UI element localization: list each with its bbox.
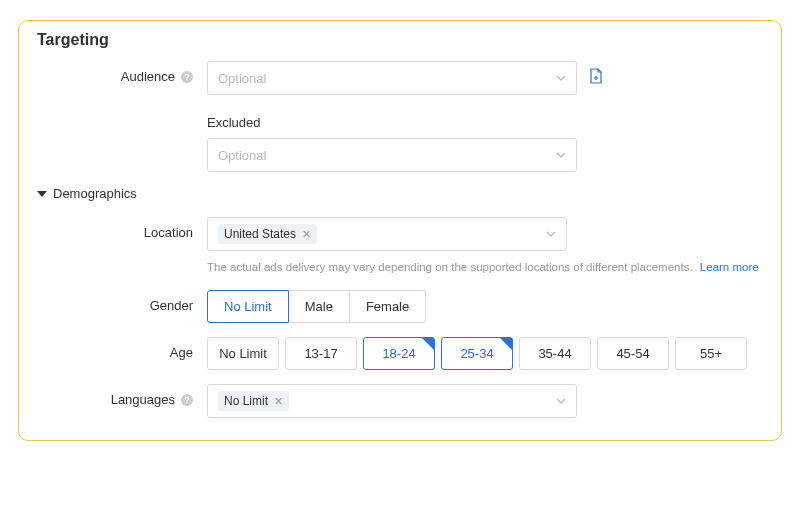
- chevron-down-icon: [556, 148, 566, 163]
- gender-option[interactable]: Male: [289, 290, 350, 323]
- age-option[interactable]: 45-54: [597, 337, 669, 370]
- targeting-panel: Targeting Audience ? Optional Exc: [18, 20, 782, 441]
- gender-group: No LimitMaleFemale: [207, 290, 577, 323]
- new-audience-button[interactable]: [589, 61, 603, 87]
- age-group: No Limit13-1718-2425-3435-4445-5455+: [207, 337, 763, 370]
- chevron-down-icon: [546, 227, 556, 242]
- excluded-select[interactable]: Optional: [207, 138, 577, 172]
- age-option[interactable]: 55+: [675, 337, 747, 370]
- age-option[interactable]: 18-24: [363, 337, 435, 370]
- audience-select[interactable]: Optional: [207, 61, 577, 95]
- demographics-toggle[interactable]: Demographics: [37, 186, 763, 201]
- panel-title: Targeting: [37, 31, 763, 49]
- audience-label: Audience ?: [37, 61, 207, 84]
- age-option[interactable]: 25-34: [441, 337, 513, 370]
- gender-option[interactable]: No Limit: [207, 290, 289, 323]
- help-icon[interactable]: ?: [181, 71, 193, 83]
- languages-select[interactable]: No Limit ✕: [207, 384, 577, 418]
- languages-tag: No Limit ✕: [218, 391, 289, 411]
- learn-more-link[interactable]: Learn more: [700, 261, 759, 273]
- gender-label: Gender: [37, 290, 207, 313]
- audience-placeholder: Optional: [218, 71, 266, 86]
- remove-tag-icon[interactable]: ✕: [302, 228, 311, 241]
- location-label: Location: [37, 217, 207, 240]
- location-tag: United States ✕: [218, 224, 317, 244]
- gender-option[interactable]: Female: [350, 290, 426, 323]
- chevron-down-icon: [556, 71, 566, 86]
- location-select[interactable]: United States ✕: [207, 217, 567, 251]
- excluded-label: Excluded: [207, 115, 577, 130]
- caret-down-icon: [37, 191, 47, 197]
- age-option[interactable]: 35-44: [519, 337, 591, 370]
- excluded-placeholder: Optional: [218, 148, 266, 163]
- remove-tag-icon[interactable]: ✕: [274, 395, 283, 408]
- languages-label: Languages ?: [37, 384, 207, 407]
- age-label: Age: [37, 337, 207, 360]
- location-note: The actual ads delivery may vary dependi…: [207, 259, 763, 276]
- help-icon[interactable]: ?: [181, 394, 193, 406]
- age-option[interactable]: No Limit: [207, 337, 279, 370]
- chevron-down-icon: [556, 394, 566, 409]
- age-option[interactable]: 13-17: [285, 337, 357, 370]
